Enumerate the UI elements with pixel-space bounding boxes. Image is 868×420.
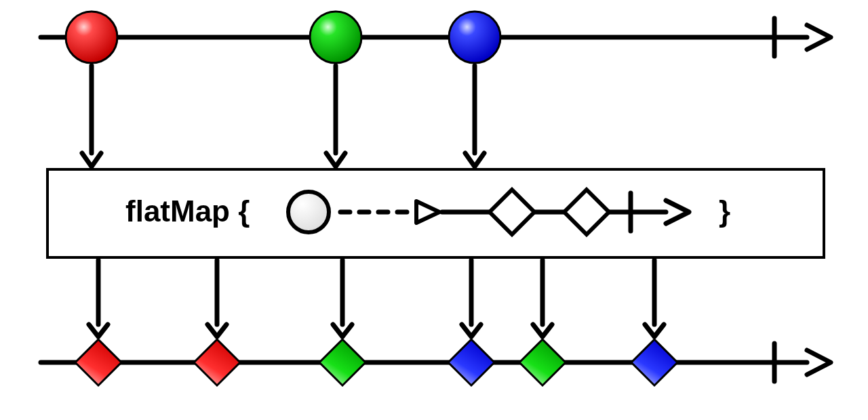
- input-marble-green: [310, 12, 361, 63]
- output-diamond-blue: [631, 339, 677, 385]
- flatmap-marble-diagram: flatMap {}: [0, 0, 868, 420]
- arrowhead-icon: [807, 350, 831, 375]
- output-diamond-green: [319, 339, 366, 385]
- input-marble-red: [66, 12, 117, 63]
- operator-input-circle-icon: [288, 192, 329, 232]
- arrowhead-icon: [807, 25, 831, 49]
- output-diamond-red: [75, 339, 121, 385]
- output-diamond-blue: [448, 339, 494, 385]
- output-diamond-red: [194, 339, 240, 385]
- input-timeline: [41, 18, 831, 56]
- output-timeline: [41, 343, 831, 381]
- output-diamond-green: [519, 339, 566, 385]
- operator-label: flatMap {: [125, 194, 250, 228]
- operator-close-brace: }: [719, 194, 730, 228]
- input-marble-blue: [449, 12, 500, 63]
